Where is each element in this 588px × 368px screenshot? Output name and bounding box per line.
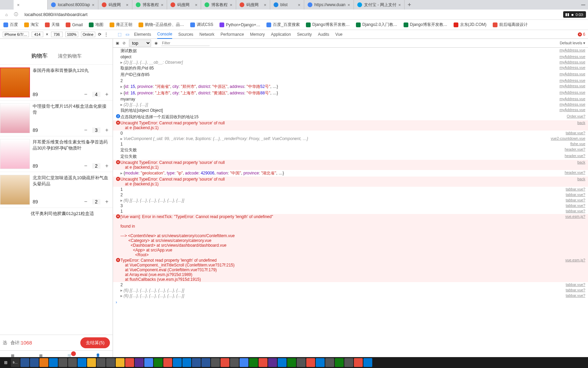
tab-application[interactable]: Application bbox=[271, 30, 291, 39]
browser-tab[interactable]: 码搜网× bbox=[236, 0, 270, 10]
taskbar-app-icon[interactable] bbox=[30, 358, 39, 367]
console-message[interactable]: (6) [{…}, {…}, {…}, {…}, {…}, {…}]tabbar… bbox=[113, 198, 588, 203]
close-icon[interactable]: × bbox=[195, 2, 198, 7]
tab-sources[interactable]: Sources bbox=[178, 30, 193, 39]
pause-icon[interactable]: ▮▮ bbox=[565, 12, 569, 17]
close-icon[interactable]: × bbox=[298, 2, 300, 7]
device-height-input[interactable]: 736 bbox=[51, 32, 63, 37]
taskbar-app-icon[interactable] bbox=[173, 358, 182, 367]
console-output[interactable]: 测试数据myAddress.vueobjectmyAddress.vue(2) … bbox=[113, 48, 588, 368]
console-message[interactable]: ×Uncaught TypeError: Cannot read propert… bbox=[113, 177, 588, 187]
source-link[interactable]: vue.esm.js? bbox=[565, 258, 585, 262]
taskbar-chrome[interactable]: fr… bbox=[11, 358, 20, 367]
increment-button[interactable]: + bbox=[104, 163, 110, 169]
tab-security[interactable]: Security bbox=[297, 30, 312, 39]
taskbar-app-icon[interactable] bbox=[325, 358, 334, 367]
source-link[interactable]: myAddress.vue bbox=[559, 78, 585, 82]
taskbar-app-icon[interactable] bbox=[259, 358, 267, 367]
cart-item[interactable]: 中理接骨七厘片15片4板盒活血化瘀接骨 89 −3+ bbox=[0, 101, 113, 136]
console-message[interactable]: 3tabbar.vue? bbox=[113, 203, 588, 209]
source-link[interactable]: tabbar.vue? bbox=[566, 282, 586, 287]
browser-tab[interactable]: 博客教程× bbox=[201, 0, 236, 10]
close-icon[interactable]: × bbox=[347, 2, 350, 7]
console-message[interactable]: ×Uncaught TypeError: Cannot read propert… bbox=[113, 120, 588, 131]
browser-tab[interactable]: 支付宝 - 网上支付× bbox=[354, 0, 405, 10]
bookmark-item[interactable]: Django博客开发教… bbox=[404, 22, 447, 28]
stop-icon[interactable]: ■ bbox=[571, 13, 574, 17]
cart-list[interactable]: 泰国丹南泰和胃整肠丸120丸 89 −4+ 中理接骨七厘片15片4板盒活血化瘀接… bbox=[0, 65, 113, 335]
close-icon[interactable]: × bbox=[126, 2, 129, 7]
source-link[interactable]: myAddress.vue bbox=[559, 108, 585, 112]
recording-indicator[interactable]: ▮▮ ■ 0:03: bbox=[563, 11, 586, 18]
taskbar-app-icon[interactable] bbox=[297, 358, 306, 367]
inspect-icon[interactable]: ⬚ bbox=[116, 32, 124, 37]
console-message[interactable]: 2点选我的地址选择一个后返回收到的地址15Order.vue? bbox=[113, 114, 588, 120]
taskbar-app-icon[interactable] bbox=[59, 358, 67, 367]
bookmark-item[interactable]: 雍正王朝 bbox=[110, 22, 132, 28]
source-link[interactable]: header.vue? bbox=[565, 154, 585, 158]
console-message[interactable]: 定位失败header.vue? bbox=[113, 153, 588, 160]
console-message[interactable]: ×Uncaught TypeError: Cannot read propert… bbox=[113, 160, 588, 170]
close-icon[interactable]: × bbox=[17, 2, 20, 7]
console-message[interactable]: 取据的作用户id 85myAddress.vue bbox=[113, 65, 588, 72]
tab-elements[interactable]: Elements bbox=[134, 30, 151, 39]
source-link[interactable]: back bbox=[577, 177, 585, 181]
clear-console-icon[interactable]: ⊘ bbox=[122, 41, 126, 45]
taskbar-app-icon[interactable] bbox=[211, 358, 220, 367]
filter-input[interactable] bbox=[161, 40, 210, 46]
console-message[interactable]: (6) [{…}, {…}, {…}, {…}, {…}, {…}]tabbar… bbox=[113, 293, 588, 298]
site-info-icon[interactable]: ⓘ bbox=[13, 12, 19, 18]
device-select[interactable]: iPhone 6/7/… bbox=[3, 32, 29, 37]
source-link[interactable]: tabbar.vue? bbox=[566, 187, 586, 191]
throttle-select[interactable]: Online bbox=[81, 32, 95, 37]
console-message[interactable]: 1tabbar.vue? bbox=[113, 187, 588, 192]
source-link[interactable]: header.vue? bbox=[565, 170, 585, 174]
taskbar-app-icon[interactable] bbox=[97, 358, 105, 367]
bookmark-item[interactable]: 京东(JD.COM) bbox=[454, 22, 487, 28]
bookmark-item[interactable]: 地图 bbox=[89, 22, 103, 28]
cart-item[interactable]: 拜耳爱乐维复合维生素女性备孕首选药品30片孕妇怀孕矿物质叶 89 −2+ bbox=[0, 136, 113, 172]
minimize-icon[interactable]: — bbox=[581, 2, 585, 7]
console-message[interactable]: 我的地址[object Object]myAddress.vue bbox=[113, 107, 588, 114]
console-message[interactable]: {module: "geolocation", type: "ip", adco… bbox=[113, 170, 588, 177]
bookmark-item[interactable]: Gmail bbox=[66, 22, 83, 27]
console-message[interactable]: (6) [{…}, {…}, {…}, {…}, {…}, {…}]tabbar… bbox=[113, 288, 588, 293]
bookmark-item[interactable]: 百度 bbox=[3, 22, 18, 28]
bookmark-item[interactable]: 天猫 bbox=[45, 22, 60, 28]
taskbar-app-icon[interactable] bbox=[268, 358, 277, 367]
source-link[interactable]: myAddress.vue bbox=[559, 84, 585, 88]
source-link[interactable]: vue2-countdown.vue bbox=[551, 136, 585, 140]
increment-button[interactable]: + bbox=[104, 199, 110, 205]
browser-tab[interactable]: localhost:8000/ap× bbox=[48, 0, 98, 10]
source-link[interactable]: tabbar.vue? bbox=[566, 203, 586, 208]
console-prompt[interactable]: › bbox=[113, 298, 588, 306]
sidebar-toggle-icon[interactable]: ▣ bbox=[116, 41, 119, 45]
console-message[interactable]: ×[Vue warn]: Error in nextTick: "TypeErr… bbox=[113, 214, 588, 258]
zoom-select[interactable]: 100% bbox=[65, 32, 78, 37]
close-icon[interactable]: × bbox=[264, 2, 266, 7]
browser-tab[interactable]: 码搜网× bbox=[167, 0, 201, 10]
close-icon[interactable]: × bbox=[230, 2, 232, 7]
taskbar-app-icon[interactable] bbox=[49, 358, 58, 367]
rotate-icon[interactable]: ⟳ bbox=[98, 32, 101, 37]
browser-tab[interactable]: https://www.duan× bbox=[304, 0, 354, 10]
console-message[interactable]: (2) [{…}, {…}]myAddress.vue bbox=[113, 102, 588, 107]
close-icon[interactable]: × bbox=[92, 2, 95, 7]
cart-item[interactable]: 泰国丹南泰和胃整肠丸120丸 89 −4+ bbox=[0, 65, 113, 101]
console-message[interactable]: {id: 16, province: "上海市", city: "上海市", d… bbox=[113, 90, 588, 96]
log-levels-select[interactable]: Default levels ▾ bbox=[560, 41, 585, 45]
taskbar-app-icon[interactable] bbox=[20, 358, 29, 367]
close-icon[interactable]: × bbox=[161, 2, 164, 7]
tab-memory[interactable]: Memory bbox=[250, 30, 265, 39]
decrement-button[interactable]: − bbox=[83, 91, 89, 97]
checkout-button[interactable]: 去结算(5) bbox=[80, 337, 110, 348]
increment-button[interactable]: + bbox=[104, 127, 110, 133]
source-link[interactable]: Order.vue? bbox=[567, 114, 585, 118]
console-message[interactable]: 2myAddress.vue bbox=[113, 78, 588, 83]
taskbar-app-icon[interactable] bbox=[125, 358, 134, 367]
bookmark-item[interactable]: Django2.0入门教… bbox=[356, 22, 397, 28]
source-link[interactable]: header.vue? bbox=[565, 147, 585, 151]
bookmark-item[interactable]: 前后端高级设计 bbox=[493, 22, 528, 28]
console-message[interactable]: {id: 15, province: "河南省", city: "郑州市", d… bbox=[113, 83, 588, 90]
source-link[interactable]: myAddress.vue bbox=[559, 65, 585, 70]
